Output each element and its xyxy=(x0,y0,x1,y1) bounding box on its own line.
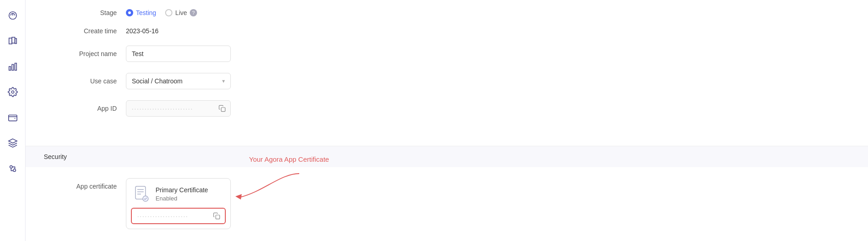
cert-info: Primary Certificate Enabled xyxy=(156,186,208,202)
testing-radio[interactable] xyxy=(126,9,133,16)
cert-header: Primary Certificate Enabled xyxy=(126,179,230,208)
annotation-text: Your Agora App Certificate xyxy=(249,155,329,163)
svg-rect-2 xyxy=(12,37,15,43)
certificate-card: Primary Certificate Enabled ············… xyxy=(126,178,231,229)
annotation-arrow xyxy=(235,169,308,205)
app-id-label: App ID xyxy=(62,105,126,112)
svg-rect-3 xyxy=(15,39,16,44)
app-id-dots: ························ xyxy=(132,105,193,112)
help-icon[interactable]: ? xyxy=(190,9,197,16)
stage-row: Stage Testing Live ? xyxy=(62,9,555,16)
create-time-value: 2023-05-16 xyxy=(126,27,159,35)
project-name-input[interactable] xyxy=(126,46,231,62)
sidebar-item-integration[interactable] xyxy=(5,160,21,177)
live-radio[interactable] xyxy=(165,9,172,16)
create-time-label: Create time xyxy=(62,27,126,35)
stage-options: Testing Live ? xyxy=(126,9,197,16)
app-id-row: App ID ························ xyxy=(62,100,555,117)
live-label: Live xyxy=(175,9,187,16)
cert-id-field: ···················· xyxy=(131,208,226,224)
svg-rect-11 xyxy=(221,108,225,112)
main-content: Stage Testing Live ? Create time 2023-05… xyxy=(26,0,868,241)
sidebar-item-chart[interactable] xyxy=(5,58,21,75)
security-title: Security xyxy=(44,153,67,160)
sidebar-item-wallet[interactable] xyxy=(5,109,21,126)
svg-rect-1 xyxy=(9,38,11,44)
app-certificate-label: App certificate xyxy=(62,178,126,190)
use-case-row: Use case Social / Chatroom ▾ xyxy=(62,73,555,89)
project-name-row: Project name xyxy=(62,46,555,62)
cert-id-dots: ···················· xyxy=(137,213,188,220)
svg-rect-5 xyxy=(12,64,14,70)
svg-marker-15 xyxy=(235,194,242,200)
app-certificate-row: App certificate xyxy=(62,178,555,229)
chevron-down-icon: ▾ xyxy=(222,78,225,84)
use-case-select[interactable]: Social / Chatroom ▾ xyxy=(126,73,231,89)
app-id-copy-button[interactable] xyxy=(218,104,227,113)
svg-rect-6 xyxy=(15,63,16,71)
cert-copy-button[interactable] xyxy=(212,211,221,220)
svg-point-7 xyxy=(11,91,14,93)
sidebar-item-settings[interactable] xyxy=(5,84,21,100)
stage-label: Stage xyxy=(62,9,126,16)
stage-live-option[interactable]: Live ? xyxy=(165,9,197,16)
stage-testing-option[interactable]: Testing xyxy=(126,9,156,16)
app-id-field: ························ xyxy=(126,100,231,117)
sidebar-item-cube[interactable] xyxy=(5,135,21,151)
security-section: Security xyxy=(26,146,868,167)
use-case-label: Use case xyxy=(62,77,126,85)
svg-rect-8 xyxy=(8,115,16,121)
sidebar xyxy=(0,0,26,241)
use-case-value: Social / Chatroom xyxy=(132,77,182,85)
testing-label: Testing xyxy=(136,9,156,16)
cert-status: Enabled xyxy=(156,195,208,202)
svg-point-9 xyxy=(10,166,12,169)
cert-name: Primary Certificate xyxy=(156,186,208,194)
sidebar-item-dashboard[interactable] xyxy=(5,7,21,24)
cert-document-icon xyxy=(134,185,150,203)
svg-rect-14 xyxy=(216,215,220,219)
svg-point-10 xyxy=(13,169,15,172)
create-time-row: Create time 2023-05-16 xyxy=(62,27,555,35)
annotation-container: Your Agora App Certificate xyxy=(235,169,327,207)
svg-rect-4 xyxy=(9,67,10,70)
project-name-label: Project name xyxy=(62,50,126,57)
sidebar-item-map[interactable] xyxy=(5,33,21,49)
